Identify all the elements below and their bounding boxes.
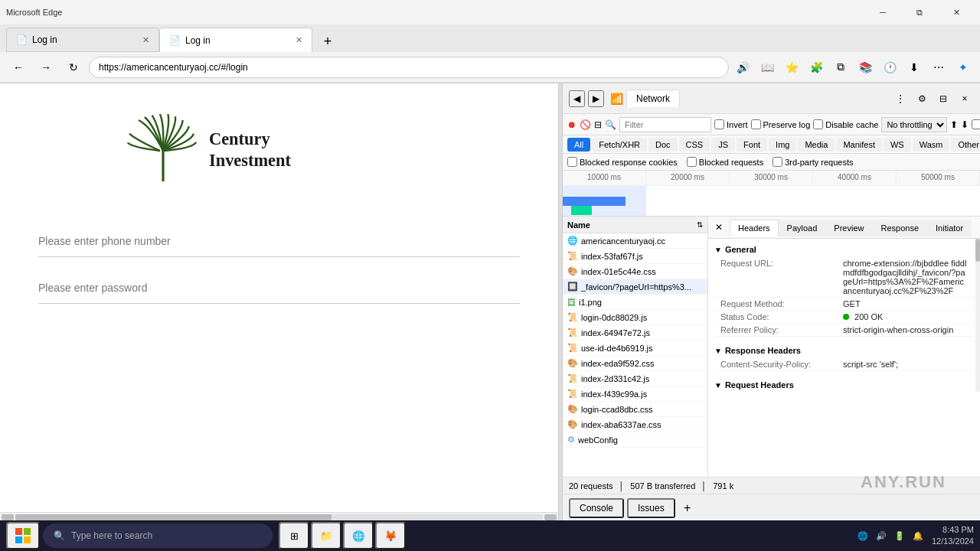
address-bar[interactable] (89, 57, 729, 78)
read-aloud-button[interactable]: 🔊 (732, 57, 753, 78)
third-party-checkbox[interactable] (773, 157, 782, 167)
devtools-settings-button[interactable]: ⚙ (913, 90, 931, 108)
search-button[interactable]: 🔍 (605, 118, 616, 132)
response-headers-section-header[interactable]: ▼ Response Headers (714, 343, 974, 358)
file-item-10[interactable]: 📜 index-f439c99a.js (563, 386, 707, 402)
invert-checkbox-label[interactable]: Invert (714, 119, 748, 129)
firefox-button[interactable]: 🦊 (375, 522, 406, 549)
forward-button[interactable]: → (34, 57, 58, 78)
filter-tab-img[interactable]: Img (769, 138, 796, 152)
blocked-cookies-checkbox[interactable] (567, 157, 577, 167)
record-button[interactable]: ⏺ (567, 118, 577, 132)
devtools-scroll-left[interactable]: ◀ (569, 90, 585, 107)
new-panel-button[interactable]: + (678, 499, 697, 517)
downloads-button[interactable]: ⬇ (903, 57, 925, 78)
copilot-button[interactable]: ✦ (952, 57, 974, 78)
devtools-more-button[interactable]: ⋮ (891, 90, 910, 108)
file-item-5[interactable]: 📜 login-0dc88029.js (563, 310, 707, 325)
file-item-1[interactable]: 📜 index-53faf67f.js (563, 249, 707, 264)
filter-input[interactable] (619, 117, 711, 132)
close-button[interactable]: ✕ (939, 0, 974, 24)
detail-tab-response[interactable]: Response (872, 220, 927, 236)
detail-close-button[interactable]: ✕ (710, 219, 727, 236)
settings-button[interactable]: ⋯ (928, 57, 949, 78)
file-item-8[interactable]: 🎨 index-eda9f592.css (563, 356, 707, 371)
file-item-6[interactable]: 📜 index-64947e72.js (563, 325, 707, 341)
column-sort-button[interactable]: ⇅ (697, 220, 703, 229)
tab-network[interactable]: Network (626, 90, 680, 107)
filter-tab-all[interactable]: All (567, 138, 590, 152)
general-section-header[interactable]: ▼ General (714, 242, 974, 257)
disable-cache-checkbox[interactable] (813, 119, 823, 129)
file-item-11[interactable]: 🎨 login-ccad8dbc.css (563, 402, 707, 417)
detail-tab-payload[interactable]: Payload (779, 220, 826, 236)
filter-tab-manifest[interactable]: Manifest (836, 138, 882, 152)
devtools-scroll-right[interactable]: ▶ (588, 90, 604, 107)
file-item-7[interactable]: 📜 use-id-de4b6919.js (563, 341, 707, 356)
filter-tab-fetch[interactable]: Fetch/XHR (592, 138, 647, 152)
favorites-button[interactable]: 📚 (854, 57, 876, 78)
detail-tab-preview[interactable]: Preview (825, 220, 872, 236)
file-item-3[interactable]: 🔲 _favicon/?pageUrl=https%3... (563, 279, 707, 295)
sound-tray-icon[interactable]: 🔊 (874, 528, 889, 543)
file-item-9[interactable]: 📜 index-2d331c42.js (563, 371, 707, 386)
file-item-0[interactable]: 🌐 americancenturyaoj.cc (563, 233, 707, 249)
task-view-button[interactable]: ⊞ (279, 522, 309, 549)
filter-toggle-button[interactable]: ⊟ (594, 118, 602, 132)
blocked-cookies-label[interactable]: Blocked response cookies (567, 157, 678, 167)
taskbar-search[interactable]: 🔍 Type here to search (43, 523, 273, 548)
request-headers-section-header[interactable]: ▼ Request Headers (714, 377, 974, 393)
history-button[interactable]: 🕐 (879, 57, 900, 78)
tab-2[interactable]: 📄 Log in ✕ (159, 28, 312, 52)
filter-tab-js[interactable]: JS (711, 138, 735, 152)
filter-tab-media[interactable]: Media (798, 138, 835, 152)
battery-tray-icon[interactable]: 🔋 (892, 528, 907, 543)
blocked-requests-label[interactable]: Blocked requests (687, 157, 763, 167)
add-to-favorites-button[interactable]: ⭐ (781, 57, 802, 78)
clock[interactable]: 8:43 PM 12/13/2024 (932, 524, 974, 548)
blocked-requests-checkbox[interactable] (687, 157, 697, 167)
split-screen-button[interactable]: ⧉ (830, 57, 851, 78)
issues-tab[interactable]: Issues (627, 498, 675, 518)
filter-tab-css[interactable]: CSS (679, 138, 710, 152)
restore-button[interactable]: ⧉ (902, 0, 937, 24)
minimize-button[interactable]: ─ (865, 0, 900, 24)
notification-tray-icon[interactable]: 🔔 (910, 528, 926, 543)
file-item-2[interactable]: 🎨 index-01e5c44e.css (563, 264, 707, 279)
filter-tab-doc[interactable]: Doc (648, 138, 678, 152)
file-explorer-button[interactable]: 📁 (311, 522, 341, 549)
clear-button[interactable]: 🚫 (580, 118, 591, 132)
filter-tab-font[interactable]: Font (737, 138, 767, 152)
filter-tab-ws[interactable]: WS (884, 138, 911, 152)
invert-checkbox[interactable] (714, 119, 724, 129)
file-item-13[interactable]: ⚙ webConfig (563, 432, 707, 448)
phone-input[interactable] (38, 226, 520, 257)
edge-button[interactable]: 🌐 (343, 522, 374, 549)
tab-2-close[interactable]: ✕ (296, 35, 302, 45)
throttle-select[interactable]: No throttlingFast 3GSlow 3GOffline (881, 117, 947, 132)
refresh-button[interactable]: ↻ (61, 57, 86, 78)
immersive-reader-button[interactable]: 📖 (756, 57, 778, 78)
back-button[interactable]: ← (6, 57, 31, 78)
detail-tab-initiator[interactable]: Initiator (927, 220, 972, 236)
tab-1[interactable]: 📄 Log in ✕ (6, 28, 159, 52)
tab-1-close[interactable]: ✕ (142, 35, 149, 45)
file-item-12[interactable]: 🎨 index-aba6337ae.css (563, 417, 707, 432)
filter-tab-other[interactable]: Other (951, 138, 980, 152)
extensions-button[interactable]: 🧩 (805, 57, 827, 78)
third-party-label[interactable]: 3rd-party requests (773, 157, 853, 167)
preserve-log-checkbox-label[interactable]: Preserve log (751, 119, 811, 129)
preserve-log-checkbox[interactable] (751, 119, 761, 129)
network-tray-icon[interactable]: 🌐 (855, 528, 871, 543)
file-item-4[interactable]: 🖼 i1.png (563, 295, 707, 310)
new-tab-button[interactable]: + (315, 31, 340, 52)
hide-data-urls-checkbox[interactable] (972, 119, 980, 129)
detail-tab-headers[interactable]: Headers (730, 220, 779, 236)
password-input[interactable] (38, 272, 520, 304)
filter-tab-wasm[interactable]: Wasm (913, 138, 950, 152)
start-button[interactable] (6, 522, 40, 549)
import-button[interactable]: ⬆ (950, 118, 958, 132)
disable-cache-checkbox-label[interactable]: Disable cache (813, 119, 878, 129)
devtools-close-button[interactable]: × (956, 90, 974, 108)
hide-data-urls-label[interactable]: Hide data URLs (972, 119, 980, 129)
